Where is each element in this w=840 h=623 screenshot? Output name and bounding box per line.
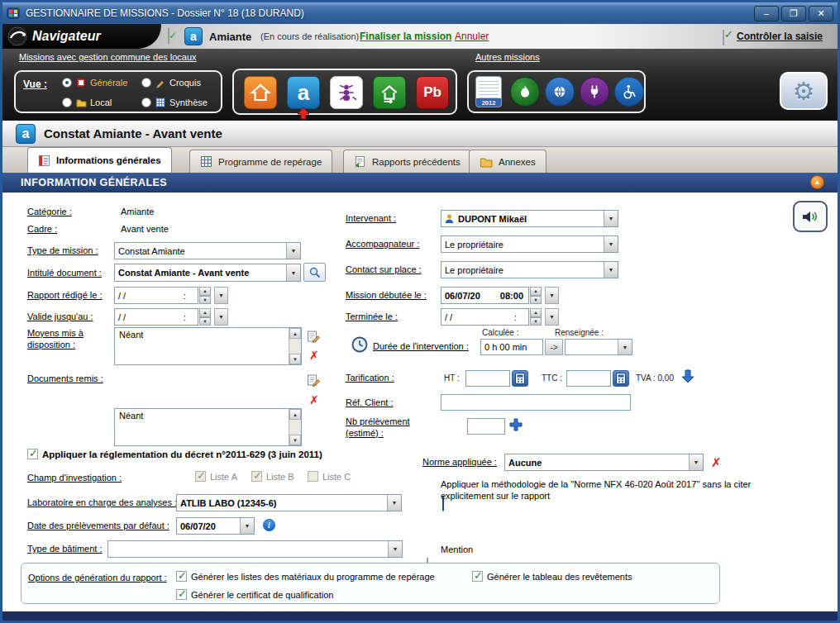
view-option-croquis[interactable]: Croquis — [141, 77, 201, 88]
chevron-down-icon[interactable]: ▼ — [240, 518, 254, 534]
spinner-up-icon[interactable]: ▲ — [199, 287, 211, 296]
rapport-redige-spinner[interactable]: ▲ ▼ — [199, 287, 211, 304]
decret-checkbox[interactable] — [27, 449, 38, 459]
terminee-calendar-button[interactable]: ▼ — [545, 308, 559, 326]
chevron-down-icon[interactable]: ▼ — [387, 495, 401, 511]
ttc-calculator-button[interactable] — [613, 370, 629, 387]
contact-sur-place-select[interactable]: Le propriétaire ▼ — [441, 261, 618, 278]
tab-rapports-precedents[interactable]: Rapports précédents — [343, 150, 471, 173]
date-prelevements-select[interactable]: 06/07/20 ▼ — [176, 517, 255, 535]
chevron-down-icon[interactable]: ▼ — [689, 454, 703, 470]
mission-debutee-calendar-button[interactable]: ▼ — [545, 287, 559, 304]
mission-debutee-field[interactable]: 06/07/20 08:00 — [441, 287, 529, 304]
control-input-checkbox[interactable] — [723, 30, 724, 45]
view-option-local[interactable]: Local — [62, 97, 112, 108]
electricite-mission-button[interactable] — [580, 77, 609, 107]
intervenant-select[interactable]: DUPONT Mikaël ▼ — [441, 210, 618, 227]
rapport-redige-calendar-button[interactable]: ▼ — [214, 287, 228, 304]
tab-informations-generales[interactable]: Informations générales — [27, 147, 172, 173]
duree-renseignee-select[interactable]: ▼ — [565, 339, 632, 355]
option-tableau-revetements-checkbox[interactable] — [472, 571, 483, 582]
documents-edit-button[interactable] — [307, 373, 320, 390]
moyens-clear-button[interactable]: ✗ — [309, 350, 319, 361]
control-input-label[interactable]: Contrôler la saisie — [737, 31, 823, 42]
duree-transfer-button[interactable]: -> — [545, 339, 563, 355]
ref-client-field[interactable] — [441, 394, 631, 411]
info-icon[interactable]: i — [263, 519, 275, 531]
termites-mission-button[interactable] — [330, 76, 363, 109]
moyens-scrollbar[interactable]: ▲ ▼ — [289, 328, 301, 364]
loi-carrez-2012-button[interactable]: 2012 — [475, 76, 502, 107]
scroll-down-icon[interactable]: ▼ — [289, 354, 301, 364]
rapport-redige-field[interactable]: / / : — [114, 287, 198, 304]
settings-button[interactable]: ⚙ — [780, 72, 828, 110]
tva-down-arrow-button[interactable] — [680, 368, 695, 388]
moyens-textarea[interactable]: Néant ▲ ▼ — [114, 327, 302, 365]
chevron-down-icon[interactable]: ▼ — [604, 236, 618, 252]
radio-generale[interactable] — [62, 78, 72, 88]
chevron-down-icon[interactable]: ▼ — [388, 541, 402, 557]
search-document-button[interactable] — [303, 263, 326, 282]
chevron-down-icon[interactable]: ▼ — [618, 340, 632, 354]
radio-synthese[interactable] — [141, 97, 151, 107]
view-option-synthese[interactable]: Synthèse — [141, 97, 208, 108]
ernmt-ball-button[interactable] — [545, 77, 575, 107]
text-to-speech-button[interactable] — [793, 201, 828, 232]
nb-prelevement-field[interactable] — [467, 418, 505, 435]
valide-jusquau-field[interactable]: / / : — [114, 308, 198, 326]
norme-clear-button[interactable]: ✗ — [711, 456, 722, 468]
moyens-edit-button[interactable] — [307, 330, 320, 346]
amiante-mission-button[interactable]: a — [287, 76, 320, 109]
valide-jusquau-spinner[interactable]: ▲ ▼ — [199, 308, 211, 326]
type-mission-select[interactable]: Constat Amiante ▼ — [114, 242, 301, 259]
spinner-up-icon[interactable]: ▲ — [530, 308, 542, 317]
close-button[interactable]: ✕ — [809, 6, 833, 21]
spinner-down-icon[interactable]: ▼ — [199, 296, 211, 305]
chevron-down-icon[interactable]: ▼ — [286, 243, 300, 259]
collapse-section-button[interactable]: ▲ — [810, 175, 824, 189]
dpe-mission-button[interactable] — [373, 76, 406, 109]
other-missions-label[interactable]: Autres missions — [475, 52, 540, 62]
spinner-down-icon[interactable]: ▼ — [530, 296, 542, 305]
option-listes-materiaux-checkbox[interactable] — [176, 571, 187, 582]
view-option-generale[interactable]: Générale — [62, 77, 127, 88]
ttc-field[interactable] — [566, 370, 611, 387]
accompagnateur-select[interactable]: Le propriétaire ▼ — [441, 235, 618, 253]
chevron-down-icon[interactable]: ▼ — [286, 264, 300, 281]
scroll-up-icon[interactable]: ▲ — [289, 409, 301, 420]
gaz-mission-button[interactable] — [510, 77, 540, 107]
finalize-mission-link[interactable]: Finaliser la mission — [360, 31, 451, 42]
documents-scrollbar[interactable]: ▲ ▼ — [289, 409, 301, 445]
plomb-mission-button[interactable]: Pb — [416, 76, 449, 109]
spinner-down-icon[interactable]: ▼ — [199, 317, 211, 326]
norme-appliquee-select[interactable]: Aucune ▼ — [504, 454, 704, 471]
ht-field[interactable] — [465, 370, 510, 387]
dossier-home-button[interactable] — [244, 76, 277, 109]
maximize-button[interactable]: ❐ — [781, 6, 806, 21]
spinner-up-icon[interactable]: ▲ — [199, 308, 211, 317]
documents-remis-textarea[interactable]: Néant ▲ ▼ — [114, 408, 302, 446]
minimize-button[interactable]: – — [754, 6, 779, 21]
laboratoire-select[interactable]: ATLIB LABO (12345-6) ▼ — [176, 494, 402, 511]
duree-calculee-field[interactable]: 0 h 00 min — [480, 339, 543, 355]
terminee-field[interactable]: / / : — [441, 308, 529, 326]
ht-calculator-button[interactable] — [512, 370, 528, 387]
documents-clear-button[interactable]: ✗ — [309, 394, 319, 406]
type-batiment-select[interactable]: ▼ — [107, 540, 403, 558]
scroll-down-icon[interactable]: ▼ — [289, 435, 301, 445]
accessibilite-mission-button[interactable] — [614, 77, 644, 107]
tab-annexes[interactable]: Annexes — [469, 150, 546, 173]
scroll-up-icon[interactable]: ▲ — [289, 328, 301, 339]
cancel-mission-link[interactable]: Annuler — [455, 31, 489, 42]
chevron-down-icon[interactable]: ▼ — [604, 211, 618, 226]
option-certificat-checkbox[interactable] — [176, 589, 187, 600]
common-missions-link[interactable]: Missions avec gestion commune des locaux — [19, 52, 197, 62]
radio-croquis[interactable] — [141, 78, 151, 88]
intitule-document-select[interactable]: Constat Amiante - Avant vente ▼ — [114, 264, 301, 282]
add-prelevement-button[interactable] — [508, 417, 523, 435]
valide-jusquau-calendar-button[interactable]: ▼ — [214, 308, 228, 326]
tab-programme-de-reperage[interactable]: Programme de repérage — [189, 150, 332, 173]
radio-local[interactable] — [62, 97, 72, 107]
chevron-down-icon[interactable]: ▼ — [604, 262, 618, 278]
terminee-spinner[interactable]: ▲ ▼ — [530, 308, 542, 326]
